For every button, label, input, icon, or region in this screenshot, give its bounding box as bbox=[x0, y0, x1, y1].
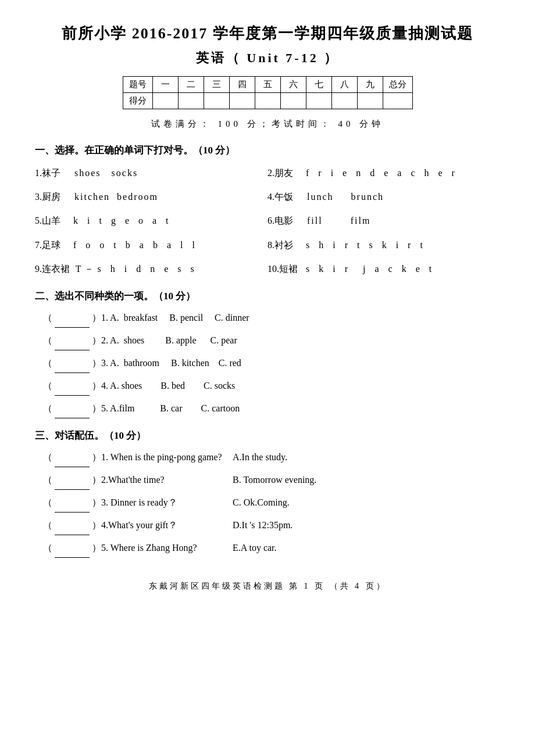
paren-2-4: （ bbox=[35, 377, 52, 395]
section1-row-3: 5.山羊 k i t g e o a t 6.电影 fill film bbox=[35, 210, 500, 231]
section2-title: 二、选出不同种类的一项。（10 分） bbox=[35, 289, 500, 303]
blank-2-1 bbox=[55, 309, 90, 328]
item-3-label: 3.厨房 bbox=[35, 187, 67, 207]
q2-1-text: ）1. A. breakfast B. pencil C. dinner bbox=[92, 309, 249, 327]
q3-1-text: ）1. When is the ping-pong game? bbox=[92, 448, 222, 467]
score-1 bbox=[152, 93, 178, 109]
score-2 bbox=[178, 93, 204, 109]
dial-right-3: C. Ok.Coming. bbox=[233, 493, 500, 512]
score-8 bbox=[331, 93, 357, 109]
table-header-5: 五 bbox=[255, 77, 280, 93]
section3-title: 三、对话配伍。（10 分） bbox=[35, 429, 500, 442]
dial-left-3: （ ）3. Dinner is ready？ bbox=[35, 493, 233, 513]
item-4-options: lunch brunch bbox=[300, 187, 384, 207]
item-2-label: 2.朋友 bbox=[268, 163, 300, 183]
q2-4-text: ）4. A. shoes B. bed C. socks bbox=[92, 377, 235, 395]
section3-q4: （ ）4.What's your gift？ D.It 's 12:35pm. bbox=[35, 516, 500, 535]
item-7-label: 7.足球 bbox=[35, 235, 67, 255]
dial-left-4: （ ）4.What's your gift？ bbox=[35, 516, 233, 535]
section1-row-1: 1.袜子 shoes socks 2.朋友 f r i e n d e a c … bbox=[35, 163, 500, 183]
paren-2-2: （ bbox=[35, 331, 52, 350]
q3-2-text: ）2.What'the time? bbox=[92, 471, 165, 489]
section1-item-3: 3.厨房 kitchen bedroom bbox=[35, 187, 268, 207]
section2-q5: （ ）5. A.film B. car C. cartoon bbox=[35, 399, 500, 418]
sub-title: 英语（ Unit 7-12 ） bbox=[35, 49, 500, 67]
item-3-options: kitchen bedroom bbox=[67, 187, 158, 207]
score-6 bbox=[280, 93, 306, 109]
section1-item-10: 10.短裙 s k i r j a c k e t bbox=[268, 259, 500, 279]
table-header-8: 八 bbox=[331, 77, 357, 93]
footer: 东戴河新区四年级英语检测题 第 1 页 （共 4 页） bbox=[35, 581, 500, 592]
item-6-label: 6.电影 bbox=[268, 210, 300, 231]
paren-3-3: （ bbox=[35, 493, 52, 512]
blank-2-5 bbox=[55, 399, 90, 418]
item-9-label: 9.连衣裙 bbox=[35, 259, 70, 279]
blank-3-1 bbox=[55, 448, 90, 467]
blank-3-3 bbox=[55, 493, 90, 513]
main-title: 前所小学 2016-2017 学年度第一学期四年级质量抽测试题 bbox=[35, 23, 500, 44]
dial-right-1: A.In the study. bbox=[233, 448, 500, 467]
section1-item-9: 9.连衣裙 T－s h i d n e s s bbox=[35, 259, 268, 279]
item-8-options: s h i r t s k i r t bbox=[300, 235, 426, 255]
section1-item-8: 8.衬衫 s h i r t s k i r t bbox=[268, 235, 500, 255]
blank-2-4 bbox=[55, 377, 90, 396]
section3-q3: （ ）3. Dinner is ready？ C. Ok.Coming. bbox=[35, 493, 500, 513]
section2-q1: （ ）1. A. breakfast B. pencil C. dinner bbox=[35, 309, 500, 328]
paren-3-4: （ bbox=[35, 516, 52, 535]
table-header-2: 二 bbox=[178, 77, 204, 93]
section1-item-7: 7.足球 f o o t b a b a l l bbox=[35, 235, 268, 255]
section2: 二、选出不同种类的一项。（10 分） （ ）1. A. breakfast B.… bbox=[35, 289, 500, 418]
item-8-label: 8.衬衫 bbox=[268, 235, 300, 255]
dial-left-5: （ ）5. Where is Zhang Hong? bbox=[35, 539, 233, 558]
section3-q1: （ ）1. When is the ping-pong game? A.In t… bbox=[35, 448, 500, 467]
section3-q2: （ ）2.What'the time? B. Tomorrow evening. bbox=[35, 471, 500, 490]
section2-q4: （ ）4. A. shoes B. bed C. socks bbox=[35, 377, 500, 396]
exam-info: 试卷满分： 100 分；考试时间： 40 分钟 bbox=[35, 119, 500, 130]
paren-3-5: （ bbox=[35, 539, 52, 557]
blank-3-5 bbox=[55, 539, 90, 558]
item-10-label: 10.短裙 bbox=[268, 259, 300, 279]
section1-row-5: 9.连衣裙 T－s h i d n e s s 10.短裙 s k i r j … bbox=[35, 259, 500, 279]
table-header-total: 总分 bbox=[383, 77, 412, 93]
item-1-options: shoes socks bbox=[67, 163, 138, 183]
section1-title: 一、选择。在正确的单词下打对号。（10 分） bbox=[35, 144, 500, 157]
section1-row-4: 7.足球 f o o t b a b a l l 8.衬衫 s h i r t … bbox=[35, 235, 500, 255]
section2-q2: （ ）2. A. shoes B. apple C. pear bbox=[35, 331, 500, 350]
score-table: 题号 一 二 三 四 五 六 七 八 九 总分 得分 bbox=[123, 76, 413, 109]
table-header-9: 九 bbox=[357, 77, 383, 93]
section1-item-6: 6.电影 fill film bbox=[268, 210, 500, 231]
table-header-3: 三 bbox=[204, 77, 229, 93]
section1-item-4: 4.午饭 lunch brunch bbox=[268, 187, 500, 207]
section1-item-1: 1.袜子 shoes socks bbox=[35, 163, 268, 183]
section3: 三、对话配伍。（10 分） （ ）1. When is the ping-pon… bbox=[35, 429, 500, 558]
blank-3-4 bbox=[55, 516, 90, 535]
dial-right-2: B. Tomorrow evening. bbox=[233, 471, 500, 489]
section1-row-2: 3.厨房 kitchen bedroom 4.午饭 lunch brunch bbox=[35, 187, 500, 207]
item-5-options: k i t g e o a t bbox=[67, 210, 172, 231]
score-9 bbox=[357, 93, 383, 109]
q3-5-text: ）5. Where is Zhang Hong? bbox=[92, 539, 197, 557]
score-3 bbox=[204, 93, 229, 109]
paren-2-1: （ bbox=[35, 309, 52, 327]
dial-right-4: D.It 's 12:35pm. bbox=[233, 516, 500, 535]
section2-q3: （ ）3. A. bathroom B. kitchen C. red bbox=[35, 354, 500, 373]
item-1-label: 1.袜子 bbox=[35, 163, 67, 183]
table-header-4: 四 bbox=[229, 77, 255, 93]
section1-item-2: 2.朋友 f r i e n d e a c h e r bbox=[268, 163, 500, 183]
item-10-options: s k i r j a c k e t bbox=[300, 259, 435, 279]
item-7-options: f o o t b a b a l l bbox=[67, 235, 198, 255]
table-header-7: 七 bbox=[306, 77, 331, 93]
q3-4-text: ）4.What's your gift？ bbox=[92, 516, 177, 535]
paren-3-1: （ bbox=[35, 448, 52, 467]
table-row-label: 得分 bbox=[123, 93, 152, 109]
item-6-options: fill film bbox=[300, 210, 370, 231]
item-2-options: f r i e n d e a c h e r bbox=[300, 163, 458, 183]
score-4 bbox=[229, 93, 255, 109]
blank-2-2 bbox=[55, 331, 90, 350]
q2-3-text: ）3. A. bathroom B. kitchen C. red bbox=[92, 354, 241, 372]
section1: 一、选择。在正确的单词下打对号。（10 分） 1.袜子 shoes socks … bbox=[35, 144, 500, 279]
table-header-subject: 题号 bbox=[123, 77, 152, 93]
score-7 bbox=[306, 93, 331, 109]
dial-right-5: E.A toy car. bbox=[233, 539, 500, 557]
score-total bbox=[383, 93, 412, 109]
